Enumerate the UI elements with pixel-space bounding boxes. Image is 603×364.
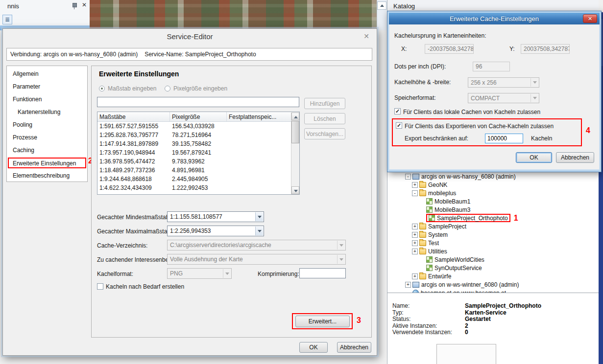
nav-item[interactable]: Prozesse — [7, 131, 87, 144]
info-label: Name: — [392, 303, 465, 309]
plus-expand-icon[interactable]: + — [412, 273, 418, 279]
table-row[interactable]: 1:4.622.324,4343091.222,992453 — [97, 183, 299, 192]
close-button[interactable]: ✕ — [583, 14, 597, 23]
compression-input[interactable] — [299, 268, 346, 278]
table-scrollbar[interactable] — [291, 113, 299, 194]
folder-icon — [419, 249, 426, 254]
info-label: Aktive Instanzen: — [392, 323, 465, 329]
scroll-down-icon[interactable] — [291, 186, 299, 194]
catalog-tree-item[interactable]: +Entwürfe — [387, 272, 599, 280]
table-row[interactable]: 1:36.978.595,4744729.783,93962 — [97, 157, 299, 166]
chevron-down-icon[interactable] — [255, 227, 263, 235]
plus-expand-icon[interactable]: + — [412, 182, 418, 188]
close-icon[interactable]: ✕ — [81, 1, 88, 8]
area-of-interest-value: Volle Ausdehnung der Karte — [170, 256, 243, 263]
table-cell: 611,496226 — [170, 193, 227, 195]
nav-item[interactable]: Elementbeschreibung — [7, 169, 87, 182]
folder-icon — [419, 240, 426, 246]
cancel-button[interactable]: Abbrechen — [556, 152, 594, 163]
scale-input[interactable] — [97, 97, 299, 107]
scrollbar-thumb[interactable] — [291, 121, 299, 143]
plus-expand-icon[interactable]: + — [405, 282, 411, 288]
nav-item[interactable]: Parameter — [7, 80, 87, 93]
cancel-button[interactable]: Abbrechen — [337, 342, 371, 353]
table-row[interactable]: 1:9.244.648,8686182.445,984905 — [97, 175, 299, 183]
nav-item[interactable]: Pooling — [7, 118, 87, 131]
aerial-map-image — [90, 0, 377, 30]
catalog-tree-item[interactable]: +SampleProject — [387, 222, 599, 230]
toc-list-button[interactable]: ≣ — [2, 15, 12, 24]
ok-button[interactable]: OK — [516, 152, 552, 163]
pixel-size-radio[interactable] — [165, 86, 170, 91]
catalog-tree-item[interactable]: MobileBaum3 — [387, 205, 599, 214]
close-icon[interactable]: ✕ — [362, 32, 370, 40]
service-name-label: Service-Name: SampleProject_Orthophoto — [145, 51, 256, 58]
delete-button[interactable]: Löschen — [304, 113, 345, 124]
catalog-tree-item[interactable]: SampleWorldCities — [387, 255, 599, 264]
on-demand-checkbox[interactable] — [97, 283, 103, 290]
catalog-tree-item[interactable]: MobileBaum1 — [387, 197, 599, 205]
info-label: Verwendete Instanzen: — [392, 329, 465, 336]
min-scale-combobox[interactable]: 1:1.155.581,108577 — [167, 211, 264, 222]
catalog-tree-item[interactable]: -arcgis on w-ws-hansy_6080 (admin) — [387, 172, 599, 181]
table-row[interactable]: 1:295.828.763,79577778.271,516964 — [97, 131, 299, 139]
plus-expand-icon[interactable]: + — [412, 224, 418, 229]
server-icon — [412, 174, 419, 180]
server-icon — [412, 282, 419, 288]
max-scale-combobox[interactable]: 1:2.256,994353 — [167, 226, 264, 236]
table-body: 1:591.657.527,591555156.543,0339281:295.… — [97, 122, 299, 195]
nav-item[interactable]: Erweiterte Einstellungen — [8, 158, 86, 168]
minus-expand-icon[interactable]: - — [405, 174, 411, 180]
pin-icon[interactable] — [72, 3, 77, 9]
nav-item[interactable]: Caching — [7, 144, 87, 157]
table-column-header[interactable]: Festplattenspeic... — [227, 112, 299, 121]
nav-item[interactable]: Allgemein — [7, 68, 87, 80]
table-cell: 1:18.489.297,737236 — [97, 167, 170, 174]
catalog-tree-item[interactable]: -mobileplus — [387, 189, 599, 197]
export-limit-input[interactable] — [485, 134, 523, 143]
nav-item[interactable]: Funktionen — [7, 93, 87, 106]
table-row[interactable]: 1:147.914.381,89788939.135,758482 — [97, 139, 299, 148]
service-info-row: Aktive Instanzen:2 — [392, 323, 599, 329]
chevron-down-icon[interactable] — [255, 212, 263, 221]
advanced-button[interactable]: Erweitert... — [295, 316, 350, 327]
table-row[interactable]: 1:2.311.162,217155611,496226 — [97, 192, 299, 195]
table-column-header[interactable]: Pixelgröße — [170, 112, 227, 121]
plus-expand-icon[interactable]: + — [412, 232, 418, 238]
allow-local-cache-checkbox[interactable]: ✓ — [394, 108, 401, 114]
table-cell: 1:295.828.763,795777 — [97, 132, 170, 138]
service-info-row: Name:SampleProject_Orthophoto — [392, 303, 599, 309]
tree-item-label: mobileplus — [428, 190, 456, 197]
add-button[interactable]: Hinzufügen — [304, 98, 345, 109]
table-row[interactable]: 1:73.957.190,94894419.567,879241 — [97, 148, 299, 157]
map-scroll-up-button[interactable] — [377, 1, 386, 10]
ok-button[interactable]: OK — [299, 342, 328, 353]
catalog-tree-item[interactable]: +Utilities — [387, 247, 599, 255]
catalog-tree-item[interactable]: SampleProject_Orthophoto1 — [387, 214, 599, 222]
catalog-tree-item[interactable]: +arcgis on w-ws-wintner_6080 (admin) — [387, 280, 599, 289]
table-cell: 9.783,93962 — [170, 158, 227, 165]
info-value: Karten-Service — [465, 310, 507, 316]
catalog-tree-item[interactable]: +GeoNK — [387, 181, 599, 189]
dpi-value: 96 — [476, 63, 482, 70]
catalog-tree-item[interactable]: +Test — [387, 239, 599, 247]
service-icon — [426, 198, 433, 205]
scroll-up-icon[interactable] — [291, 113, 299, 120]
table-row[interactable]: 1:18.489.297,7372364.891,96981 — [97, 166, 299, 175]
catalog-tree-item[interactable]: SynOutputService — [387, 264, 599, 272]
scale-radio[interactable] — [99, 86, 105, 91]
minus-expand-icon[interactable]: - — [412, 190, 418, 196]
table-column-header[interactable]: Maßstäbe — [97, 112, 170, 121]
plus-expand-icon[interactable]: + — [412, 249, 418, 254]
plus-expand-icon[interactable]: + — [412, 240, 418, 246]
nav-item[interactable]: Kartenerstellung — [7, 106, 87, 118]
info-label: Status: — [392, 316, 465, 322]
max-scale-label: Gecachter Maximalmaßstab: — [97, 228, 172, 235]
table-row[interactable]: 1:591.657.527,591555156.543,033928 — [97, 122, 299, 131]
tree-item-label: System — [428, 231, 448, 238]
suggest-button[interactable]: Vorschlagen... — [304, 128, 345, 139]
dialog-titlebar[interactable]: Erweiterte Cache-Einstellungen ✕ — [389, 13, 600, 24]
allow-export-checkbox[interactable]: ✓ — [396, 122, 402, 129]
area-of-interest-combobox: Volle Ausdehnung der Karte — [167, 254, 346, 265]
catalog-tree-item[interactable]: +System — [387, 230, 599, 239]
